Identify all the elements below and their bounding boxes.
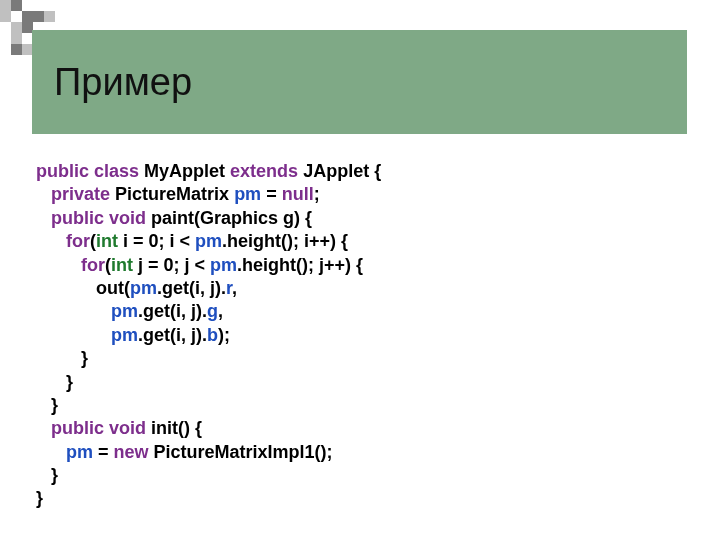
code-line: } [36, 372, 73, 392]
code-line: pm.get(i, j).b); [36, 325, 230, 345]
code-line: pm = new PictureMatrixImpl1(); [36, 442, 333, 462]
code-line: for(int j = 0; j < pm.height(); j++) { [36, 255, 363, 275]
code-line: out(pm.get(i, j).r, [36, 278, 237, 298]
code-line: private PictureMatrix pm = null; [36, 184, 320, 204]
code-line: public void init() { [36, 418, 202, 438]
slide-title: Пример [32, 61, 192, 104]
code-line: for(int i = 0; i < pm.height(); i++) { [36, 231, 348, 251]
code-line: } [36, 465, 58, 485]
code-line: public class MyApplet extends JApplet { [36, 161, 381, 181]
code-line: } [36, 395, 58, 415]
slide-title-band: Пример [32, 30, 687, 134]
code-line: public void paint(Graphics g) { [36, 208, 312, 228]
code-block: public class MyApplet extends JApplet { … [36, 160, 696, 511]
code-line: } [36, 488, 43, 508]
code-line: pm.get(i, j).g, [36, 301, 223, 321]
code-line: } [36, 348, 88, 368]
